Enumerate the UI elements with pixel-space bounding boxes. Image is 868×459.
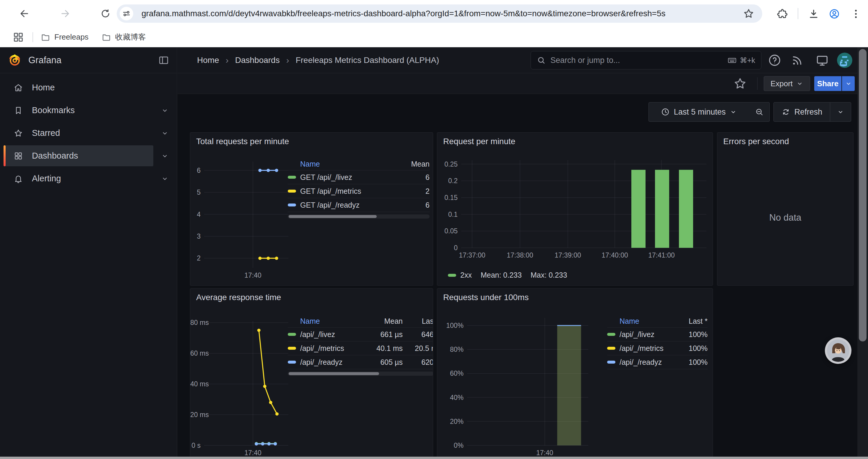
url-text[interactable]: grafana.mathmast.com/d/deytv4rwavabkb/fr… — [142, 9, 743, 18]
c1-plot-area[interactable] — [204, 162, 288, 268]
extensions-button[interactable] — [775, 6, 790, 21]
page-scrollbar[interactable] — [857, 47, 868, 457]
site-info-icon[interactable] — [120, 7, 133, 21]
scrollbar-thumb[interactable] — [859, 49, 867, 341]
series-color-swatch — [288, 347, 296, 350]
download-icon — [808, 8, 819, 20]
legend-row[interactable]: GET /api/_/livez6 — [288, 170, 430, 184]
c2-plot-area[interactable] — [461, 160, 706, 248]
legend-table: NameMeanGET /api/_/livez6GET /api/_/metr… — [288, 158, 430, 219]
extensions-icon — [777, 8, 788, 20]
panel-title[interactable]: Request per minute — [443, 137, 515, 146]
legend-row[interactable]: /api/_/readyz605 µs620 — [288, 355, 433, 369]
apps-grid-icon[interactable] — [12, 31, 24, 43]
legend-scrollbar-thumb[interactable] — [289, 372, 379, 375]
c5-plot-area[interactable] — [467, 318, 588, 446]
folder-icon — [41, 32, 50, 42]
legend-row[interactable]: /api/_/livez100% — [607, 328, 708, 341]
collapse-sidebar-icon[interactable] — [158, 55, 169, 66]
legend-scrollbar-thumb[interactable] — [289, 215, 377, 218]
chevron-down-icon — [161, 175, 169, 183]
legend-header: NameMean — [288, 158, 430, 170]
y-axis-tick: 0 — [440, 244, 458, 252]
clock-icon — [661, 107, 670, 117]
y-axis-tick: 4 — [190, 210, 200, 219]
y-axis-tick: 3 — [190, 232, 200, 240]
refresh-interval-button[interactable] — [830, 102, 851, 122]
monitor-icon — [815, 54, 829, 67]
panel-errors-per-second: Errors per second No data — [717, 132, 854, 286]
subheader-divider — [757, 77, 757, 90]
panel-title[interactable]: Requests under 100ms — [443, 293, 529, 302]
y-axis-tick: 80% — [440, 346, 464, 354]
legend-row[interactable]: /api/_/livez661 µs646 — [288, 328, 433, 341]
downloads-button[interactable] — [806, 6, 821, 21]
display-button[interactable] — [815, 54, 829, 67]
zoom-out-button[interactable] — [749, 102, 770, 122]
share-button[interactable]: Share — [814, 76, 841, 91]
legend-header: NameLast * — [607, 315, 708, 328]
y-axis-tick: 0.1 — [440, 210, 458, 219]
y-axis-tick: 6 — [190, 167, 200, 174]
legend-header: NameMeanLas — [288, 315, 433, 328]
legend-scrollbar[interactable] — [288, 371, 433, 376]
user-avatar[interactable] — [837, 53, 852, 68]
legend-scrollbar[interactable] — [288, 215, 430, 219]
y-axis-tick: 0.2 — [440, 177, 458, 185]
sidebar-item-bookmarks[interactable]: Bookmarks — [0, 99, 177, 122]
panel-title[interactable]: Average response time — [196, 293, 281, 302]
address-bar[interactable]: grafana.mathmast.com/d/deytv4rwavabkb/fr… — [117, 4, 762, 23]
search-icon — [537, 56, 546, 65]
browser-toolbar: grafana.mathmast.com/d/deytv4rwavabkb/fr… — [0, 0, 868, 27]
legend-row[interactable]: GET /api/_/readyz6 — [288, 198, 430, 212]
help-button[interactable] — [768, 54, 781, 67]
legend-row[interactable]: /api/_/readyz100% — [607, 355, 708, 369]
panel-title[interactable]: Total requests per minute — [196, 137, 289, 146]
y-axis-tick: 0% — [440, 441, 464, 450]
time-range-picker[interactable]: Last 5 minutes — [649, 102, 749, 122]
y-axis-tick: 0.15 — [440, 194, 458, 202]
x-axis-tick: 17:40 — [232, 271, 274, 280]
forward-button[interactable] — [57, 6, 73, 22]
average-response-time-chart: 80 ms60 ms40 ms20 ms0 s17:40 — [190, 321, 291, 459]
breadcrumb-item[interactable]: Home — [197, 56, 219, 65]
legend-row[interactable]: GET /api/_/metrics2 — [288, 184, 430, 198]
bookmark-item[interactable]: Freeleaps — [41, 32, 89, 42]
reload-button[interactable] — [97, 6, 114, 22]
back-button[interactable] — [17, 6, 32, 22]
sidebar-item-dashboards[interactable]: Dashboards — [0, 144, 177, 167]
screen: grafana.mathmast.com/d/deytv4rwavabkb/fr… — [0, 0, 868, 459]
news-button[interactable] — [790, 54, 804, 67]
bookmark-icon — [13, 106, 23, 115]
export-button[interactable]: Export — [764, 76, 810, 91]
sidebar-item-home[interactable]: Home — [0, 76, 177, 99]
breadcrumb-item: Freeleaps Metrics Dashboard (ALPHA) — [296, 56, 439, 65]
bookmark-item[interactable]: 收藏博客 — [102, 32, 146, 42]
star-icon — [13, 129, 23, 138]
favorite-dashboard-icon[interactable] — [733, 76, 747, 91]
c4-plot-area[interactable] — [204, 321, 288, 446]
legend-row[interactable]: /api/_/metrics40.1 ms20.5 r — [288, 341, 433, 355]
kebab-menu-icon — [850, 8, 862, 20]
series-color-swatch — [288, 176, 296, 179]
bookmark-star-icon[interactable] — [743, 8, 754, 20]
chevron-down-icon — [161, 129, 169, 137]
panel-request-per-minute: Request per minute 0.250.20.150.10.05017… — [437, 132, 713, 286]
panel-title[interactable]: Errors per second — [723, 137, 789, 146]
menu-button[interactable] — [848, 6, 863, 21]
y-axis-tick: 2 — [190, 254, 200, 262]
grafana-logo[interactable] — [8, 53, 22, 67]
sidebar-item-starred[interactable]: Starred — [0, 122, 177, 144]
share-menu-button[interactable] — [842, 76, 855, 91]
legend-row[interactable]: /api/_/metrics100% — [607, 341, 708, 355]
profile-button[interactable] — [827, 6, 842, 21]
breadcrumb-item[interactable]: Dashboards — [235, 56, 280, 65]
search-input[interactable]: Search or jump to... ⌘+k — [531, 51, 761, 69]
series-color-swatch — [448, 274, 456, 277]
sidebar-item-alerting[interactable]: Alerting — [0, 167, 177, 190]
assistant-avatar-widget[interactable] — [825, 337, 851, 364]
assistant-avatar-image — [826, 338, 850, 363]
refresh-button[interactable]: Refresh — [773, 102, 830, 122]
legend-inline[interactable]: 2xxMean: 0.233Max: 0.233 — [448, 271, 567, 280]
y-axis-tick: 60% — [440, 369, 464, 378]
